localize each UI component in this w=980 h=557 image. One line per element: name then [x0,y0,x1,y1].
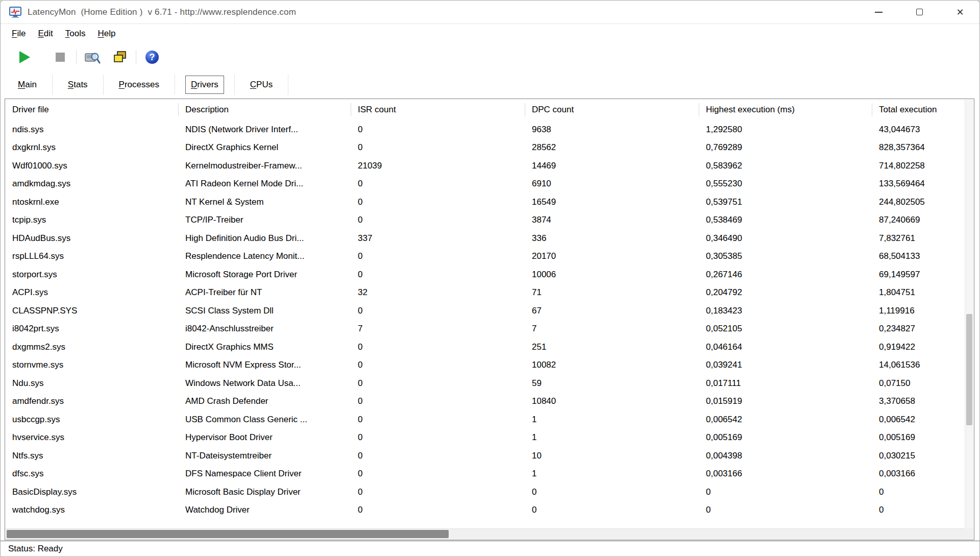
tab-drivers[interactable]: Drivers [175,75,235,95]
analyze-button[interactable] [84,49,101,66]
table-row[interactable]: CLASSPNP.SYSSCSI Class System Dll0670,18… [5,302,974,320]
table-cell: 0,004398 [706,451,879,461]
table-row[interactable]: dxgmms2.sysDirectX Graphics MMS02510,046… [5,338,974,356]
table-cell: BasicDisplay.sys [12,487,185,497]
table-cell: 0 [879,505,974,515]
table-cell: Kernelmodustreiber-Framew... [185,161,358,171]
table-cell: 714,802258 [879,161,974,171]
table-row[interactable]: dfsc.sysDFS Namespace Client Driver010,0… [5,465,974,483]
menu-help[interactable]: Help [91,26,121,41]
table-cell: 0,003166 [706,469,879,479]
table-cell: 0 [358,487,532,497]
table-cell: 337 [358,233,532,244]
toolbar-separator [136,50,136,64]
table-row[interactable]: rspLLL64.sysResplendence Latency Monit..… [5,248,974,266]
horizontal-scrollbar-thumb[interactable] [7,530,449,538]
tab-cpus[interactable]: CPUs [235,75,288,95]
table-row[interactable]: ntoskrnl.exeNT Kernel & System0165490,53… [5,193,974,211]
table-cell: 28562 [532,142,706,153]
table-cell: AMD Crash Defender [185,396,358,406]
table-cell: Microsoft Basic Display Driver [185,487,358,497]
table-cell: tcpip.sys [12,215,185,225]
table-cell: 1 [532,469,706,479]
table-row[interactable]: i8042prt.sysi8042-Anschlusstreiber770,05… [5,320,974,338]
table-cell: 1 [532,432,706,443]
tab-main[interactable]: Main [3,75,53,95]
table-row[interactable]: BasicDisplay.sysMicrosoft Basic Display … [5,483,974,501]
table-cell: DirectX Graphics MMS [185,342,358,352]
table-row[interactable]: tcpip.sysTCP/IP-Treiber038740,53846987,2… [5,211,974,230]
table-cell: TCP/IP-Treiber [185,215,358,225]
menu-bar: File Edit Tools Help [1,24,979,43]
menu-tools[interactable]: Tools [59,26,92,41]
latencymon-window: LatencyMon (Home Edition ) v 6.71 - http… [0,0,980,557]
tab-cpus-label: CPUs [245,76,278,93]
stop-monitor-button[interactable] [52,49,69,66]
table-row[interactable]: Wdf01000.sysKernelmodustreiber-Framew...… [5,157,974,175]
column-header-2[interactable]: ISR count [358,99,532,120]
table-row[interactable]: stornvme.sysMicrosoft NVM Express Stor..… [5,356,974,375]
table-cell: 0,015919 [706,396,879,406]
vertical-scrollbar-thumb[interactable] [966,314,972,425]
cascade-windows-icon [112,50,128,65]
tab-stats[interactable]: Stats [53,75,104,95]
help-button[interactable]: ? [143,49,161,66]
table-cell: NT Kernel & System [185,197,358,207]
table-cell: 43,044673 [879,125,974,135]
column-header-0[interactable]: Driver file [12,99,185,120]
table-row[interactable]: usbccgp.sysUSB Common Class Generic ...0… [5,410,974,429]
table-cell: 0 [358,306,532,316]
table-row[interactable]: HDAudBus.sysHigh Definition Audio Bus Dr… [5,229,974,248]
vertical-scrollbar[interactable] [965,100,973,528]
cascade-windows-button[interactable] [111,49,129,66]
drivers-table: Driver fileDescriptionISR countDPC count… [5,99,974,540]
column-header-4[interactable]: Highest execution (ms) [706,99,879,120]
table-cell: hvservice.sys [12,432,185,443]
table-cell: Watchdog Driver [185,505,358,515]
table-cell: 0,538469 [706,215,879,225]
table-row[interactable]: amdkmdag.sysATI Radeon Kernel Mode Dri..… [5,175,974,193]
table-cell: 32 [358,287,532,298]
menu-file[interactable]: File [6,26,32,41]
table-row[interactable]: dxgkrnl.sysDirectX Graphics Kernel028562… [5,139,974,157]
table-cell: 0,07150 [879,378,974,389]
table-row[interactable]: watchdog.sysWatchdog Driver0000 [5,501,974,520]
window-controls: ✕ [853,1,975,23]
table-cell: Windows Network Data Usa... [185,378,358,389]
tab-main-label: Main [13,76,42,93]
start-monitor-button[interactable] [16,49,33,66]
horizontal-scrollbar[interactable] [6,528,964,539]
menu-edit[interactable]: Edit [32,26,59,41]
column-header-3[interactable]: DPC count [532,99,706,120]
table-cell: 1 [532,415,706,425]
table-cell: USB Common Class Generic ... [185,415,358,425]
table-cell: 133,569464 [879,179,974,189]
table-cell: 1,292580 [706,125,879,135]
column-header-1[interactable]: Description [185,99,358,120]
table-row[interactable]: storport.sysMicrosoft Storage Port Drive… [5,265,974,284]
table-row[interactable]: ACPI.sysACPI-Treiber für NT32710,2047921… [5,284,974,302]
table-cell: 0,555230 [706,179,879,189]
table-row[interactable]: ndis.sysNDIS (Network Driver Interf...09… [5,120,974,139]
tab-bar: Main Stats Processes Drivers CPUs [1,71,979,99]
minimize-button[interactable] [863,1,894,23]
close-button[interactable]: ✕ [945,1,975,23]
maximize-button[interactable] [904,1,935,23]
table-cell: 0 [532,505,706,515]
table-row[interactable]: amdfendr.sysAMD Crash Defender0108400,01… [5,393,974,411]
table-cell: 69,149597 [879,270,974,280]
column-header-5[interactable]: Total execution [879,99,974,120]
table-row[interactable]: hvservice.sysHypervisor Boot Driver010,0… [5,429,974,447]
table-cell: 20170 [532,251,706,261]
tab-stats-label: Stats [63,76,93,93]
table-cell: 0 [706,505,879,515]
analyzer-icon [84,49,101,65]
table-row[interactable]: Ndu.sysWindows Network Data Usa...0590,0… [5,374,974,393]
table-cell: dxgmms2.sys [12,342,185,352]
tab-processes[interactable]: Processes [104,75,175,95]
table-cell: i8042prt.sys [12,324,185,334]
table-cell: 0 [358,505,532,515]
table-row[interactable]: Ntfs.sysNT-Dateisystemtreiber0100,004398… [5,447,974,465]
table-cell: 3,370658 [879,396,974,406]
table-cell: NDIS (Network Driver Interf... [185,125,358,135]
